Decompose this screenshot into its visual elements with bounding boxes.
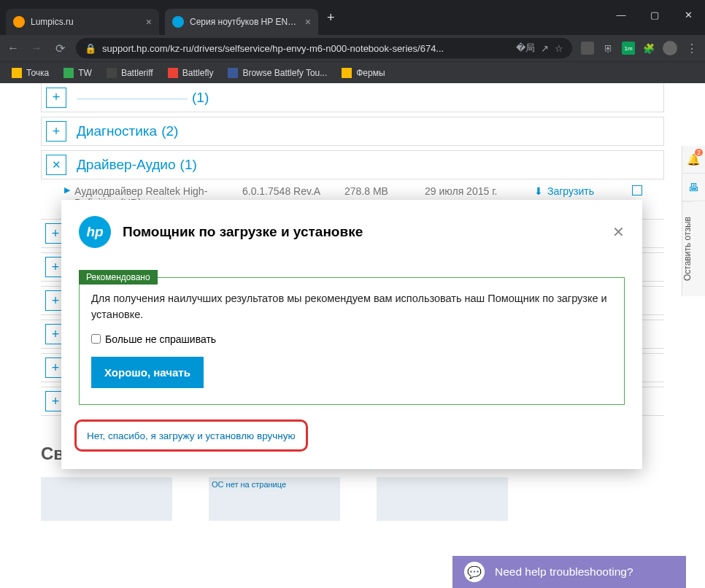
bookmark-2[interactable]: TW — [58, 65, 98, 81]
chat-bar[interactable]: 💬 Need help troubleshooting? — [452, 556, 686, 588]
start-button[interactable]: Хорошо, начать — [91, 357, 204, 388]
share-icon[interactable]: ↗ — [541, 43, 549, 54]
ext-icon-2[interactable]: ⛨ — [601, 42, 615, 55]
extensions: ⛨ 1m 🧩 ⋮ — [581, 41, 699, 55]
menu-icon[interactable]: ⋮ — [685, 42, 699, 55]
video-thumb-1[interactable] — [41, 477, 172, 521]
modal-title: Помощник по загрузке и установке — [123, 224, 363, 240]
printer-icon: 🖶 — [688, 181, 699, 193]
video-thumb-3[interactable] — [377, 477, 508, 521]
video-thumb-2[interactable]: ОС нет на странице — [209, 477, 340, 521]
tab-1-title: Lumpics.ru — [31, 17, 140, 27]
accordion-label: Диагностика — [77, 123, 157, 139]
accordion-driver-audio[interactable]: ✕ Драйвер-Аудио (1) — [41, 150, 664, 179]
recommended-badge: Рекомендовано — [79, 270, 158, 285]
accordion-cut-count: (1) — [192, 90, 209, 106]
window-controls: — ▢ ✕ — [604, 0, 705, 29]
bookmark-4[interactable]: Battlefly — [162, 65, 220, 81]
lock-icon: 🔒 — [85, 43, 96, 54]
notification-badge: 2 — [695, 149, 703, 156]
ext-icon-1[interactable] — [581, 42, 594, 55]
download-icon: ⬇ — [534, 185, 543, 197]
address-bar: ← → ⟳ 🔒 support.hp.com/kz-ru/drivers/sel… — [0, 35, 705, 61]
close-window-button[interactable]: ✕ — [671, 0, 705, 29]
bookmark-5[interactable]: Browse Battlefy Tou... — [222, 65, 333, 81]
driver-date: 29 июля 2015 г. — [425, 185, 534, 197]
plus-icon: + — [46, 121, 66, 142]
bookmark-1[interactable]: Точка — [6, 65, 55, 81]
star-icon[interactable]: ☆ — [555, 43, 563, 54]
bookmark-6[interactable]: Фермы — [336, 65, 390, 81]
ext-icon-3[interactable]: 1m — [622, 42, 635, 55]
tab-2-title: Серия ноутбуков HP ENVY m6-n — [190, 17, 299, 27]
no-thanks-highlight: Нет, спасибо, я загружу и установлю вруч… — [74, 419, 308, 452]
driver-version: 6.0.1.7548 Rev.A — [242, 185, 344, 197]
tab-2-close-icon[interactable]: × — [305, 16, 311, 28]
translate-icon[interactable]: �局 — [516, 42, 535, 55]
reload-button[interactable]: ⟳ — [53, 42, 67, 55]
url-text: support.hp.com/kz-ru/drivers/selfservice… — [102, 43, 510, 54]
accordion-diagnostics[interactable]: + Диагностика (2) — [41, 117, 664, 146]
minimize-button[interactable]: — — [604, 0, 638, 29]
dont-ask-checkbox[interactable] — [91, 334, 101, 344]
hp-logo-icon: hp — [79, 216, 111, 248]
driver-checkbox[interactable] — [632, 185, 642, 196]
modal-text: Для получения наилучших результатов мы р… — [91, 291, 612, 323]
accordion-count: (1) — [180, 157, 197, 173]
maximize-button[interactable]: ▢ — [638, 0, 671, 29]
video-thumbnails: ОС нет на странице — [41, 477, 664, 521]
accordion-count: (2) — [161, 123, 178, 139]
tab-1-close-icon[interactable]: × — [146, 16, 152, 28]
tab-1[interactable]: Lumpics.ru × — [6, 9, 159, 35]
recommended-box: Рекомендовано Для получения наилучших ре… — [79, 277, 625, 405]
feedback-button[interactable]: Оставить отзыв — [682, 201, 693, 296]
modal-close-button[interactable]: ✕ — [612, 223, 625, 241]
forward-button[interactable]: → — [29, 42, 44, 55]
new-tab-button[interactable]: + — [318, 10, 344, 26]
extensions-menu-icon[interactable]: 🧩 — [642, 42, 655, 55]
accordion-label: Драйвер-Аудио — [77, 157, 176, 173]
chat-icon: 💬 — [464, 562, 485, 582]
tab-2[interactable]: Серия ноутбуков HP ENVY m6-n × — [165, 9, 318, 35]
chat-text: Need help troubleshooting? — [495, 565, 633, 579]
accordion-cut[interactable]: + ———————— (1) — [41, 83, 664, 112]
triangle-icon[interactable]: ▶ — [64, 185, 70, 195]
page-content: + ———————— (1) + Диагностика (2) ✕ Драйв… — [0, 83, 705, 588]
favicon-1 — [13, 16, 25, 28]
browser-titlebar: Lumpics.ru × Серия ноутбуков HP ENVY m6-… — [0, 0, 705, 35]
plus-icon: + — [46, 88, 66, 108]
download-assistant-modal: hp Помощник по загрузке и установке ✕ Ре… — [61, 200, 642, 469]
bookmarks-bar: Точка TW Battleriff Battlefly Browse Bat… — [0, 61, 705, 83]
notification-button[interactable]: 🔔 2 — [682, 146, 705, 174]
close-icon: ✕ — [46, 155, 66, 175]
dont-ask-label[interactable]: Больше не спрашивать — [91, 333, 612, 345]
profile-avatar[interactable] — [663, 41, 677, 55]
bookmark-3[interactable]: Battleriff — [101, 65, 159, 81]
back-button[interactable]: ← — [6, 42, 20, 55]
omnibox[interactable]: 🔒 support.hp.com/kz-ru/drivers/selfservi… — [76, 38, 572, 58]
no-thanks-link[interactable]: Нет, спасибо, я загружу и установлю вруч… — [87, 430, 296, 441]
print-button[interactable]: 🖶 — [682, 174, 705, 201]
favicon-2 — [172, 16, 184, 28]
side-widget: 🔔 2 🖶 Оставить отзыв — [682, 146, 705, 296]
driver-size: 278.8 MB — [344, 185, 425, 197]
download-link[interactable]: ⬇Загрузить — [534, 185, 594, 197]
